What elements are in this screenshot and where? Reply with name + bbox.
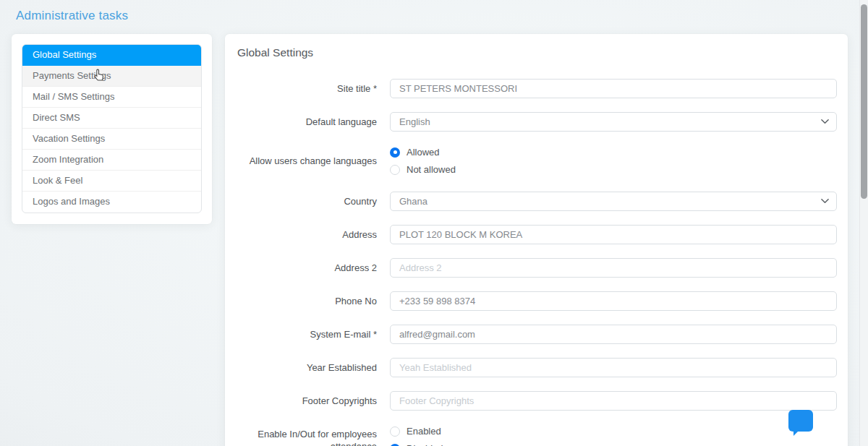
sidebar-item-mail-sms-settings[interactable]: Mail / SMS Settings — [22, 87, 201, 108]
sidebar-item-zoom-integration[interactable]: Zoom Integration — [22, 150, 201, 171]
radio-option-label: Allowed — [407, 145, 440, 159]
radio-option-label: Enabled — [407, 424, 441, 438]
form-row-address: Address — [236, 225, 837, 244]
sidebar-item-logos-and-images[interactable]: Logos and Images — [22, 192, 201, 213]
phone-input[interactable] — [390, 291, 837, 311]
sidebar-card: Global Settings Payments Settings Mail /… — [12, 34, 212, 224]
radio-checked-icon[interactable] — [390, 147, 400, 158]
page-header: Administrative tasks — [16, 9, 128, 23]
chevron-down-icon — [821, 119, 829, 124]
page-title: Administrative tasks — [16, 9, 128, 22]
sidebar-item-look-and-feel[interactable]: Look & Feel — [22, 171, 201, 192]
chat-bubble-icon[interactable] — [788, 410, 813, 432]
system-email-input[interactable] — [390, 325, 837, 344]
address2-input[interactable] — [390, 258, 837, 278]
site-title-input[interactable] — [390, 79, 837, 98]
radio-checked-icon[interactable] — [390, 444, 400, 446]
year-established-input[interactable] — [390, 358, 837, 377]
allow-language-change-radio-group: Allowed Not allowed — [390, 145, 837, 176]
address-input[interactable] — [390, 225, 837, 244]
radio-option-enabled[interactable]: Enabled — [390, 424, 837, 438]
phone-label: Phone No — [236, 295, 377, 307]
form-row-footer-copyrights: Footer Copyrights — [236, 391, 837, 411]
form-row-system-email: System E-mail * — [236, 325, 837, 344]
radio-option-label: Disabled — [407, 442, 443, 446]
scrollbar-thumb[interactable] — [861, 4, 867, 199]
chevron-down-icon — [821, 198, 829, 204]
sidebar-item-vacation-settings[interactable]: Vacation Settings — [22, 129, 201, 150]
panel-title: Global Settings — [237, 46, 837, 59]
address-label: Address — [236, 228, 377, 241]
allow-language-change-label: Allow users change languages — [236, 155, 377, 167]
site-title-label: Site title * — [236, 82, 377, 95]
system-email-label: System E-mail * — [236, 328, 377, 340]
year-established-label: Year Established — [236, 361, 377, 374]
form-row-year-established: Year Established — [236, 358, 837, 377]
address2-label: Address 2 — [236, 262, 377, 274]
radio-option-not-allowed[interactable]: Not allowed — [390, 163, 837, 176]
inout-attendance-label: Enable In/Out for employees attendance — [236, 428, 377, 446]
form-row-site-title: Site title * — [236, 79, 837, 98]
default-language-select[interactable]: English — [390, 112, 837, 132]
default-language-label: Default language — [236, 116, 377, 128]
scrollbar[interactable] — [859, 0, 868, 446]
form-row-country: Country Ghana — [236, 192, 837, 211]
sidebar-item-global-settings[interactable]: Global Settings — [22, 45, 201, 66]
country-label: Country — [236, 195, 377, 207]
footer-copyrights-input[interactable] — [390, 391, 837, 411]
country-select[interactable]: Ghana — [390, 192, 837, 211]
form-row-allow-language-change: Allow users change languages Allowed Not… — [236, 145, 837, 176]
global-settings-panel: Global Settings Site title * Default lan… — [225, 34, 848, 446]
form-row-inout-attendance: Enable In/Out for employees attendance E… — [236, 424, 837, 446]
default-language-value: English — [399, 116, 430, 127]
inout-attendance-radio-group: Enabled Disabled — [390, 424, 837, 446]
form-row-phone: Phone No — [236, 291, 837, 311]
radio-option-disabled[interactable]: Disabled — [390, 442, 837, 446]
country-value: Ghana — [399, 196, 427, 207]
radio-unchecked-icon[interactable] — [390, 165, 400, 175]
form-row-default-language: Default language English — [236, 112, 837, 132]
sidebar-item-payments-settings[interactable]: Payments Settings — [22, 66, 201, 87]
footer-copyrights-label: Footer Copyrights — [236, 395, 377, 407]
radio-unchecked-icon[interactable] — [390, 426, 400, 437]
settings-menu: Global Settings Payments Settings Mail /… — [22, 44, 202, 213]
radio-option-allowed[interactable]: Allowed — [390, 145, 837, 159]
form-row-address2: Address 2 — [236, 258, 837, 278]
radio-option-label: Not allowed — [407, 163, 456, 176]
sidebar-item-direct-sms[interactable]: Direct SMS — [22, 108, 201, 129]
global-settings-form: Site title * Default language English Al… — [236, 79, 837, 446]
